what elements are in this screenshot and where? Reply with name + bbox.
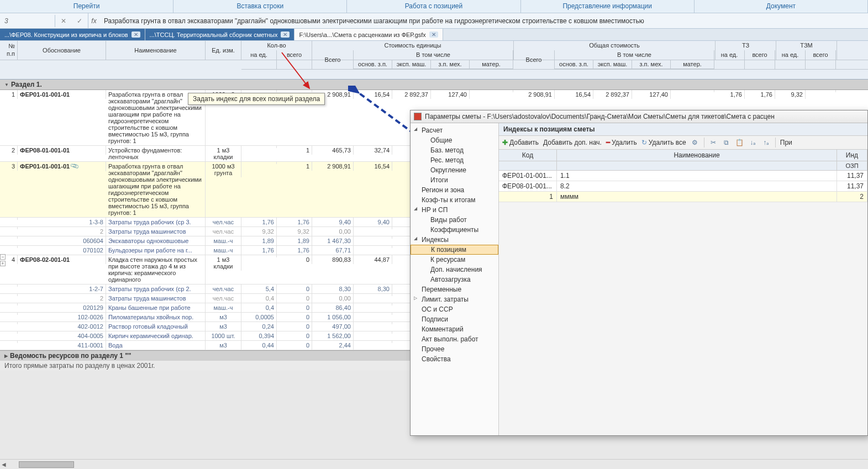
tree-item[interactable]: Подписи — [411, 314, 498, 324]
col-vsego2[interactable]: Всего — [513, 50, 555, 69]
tree-item[interactable]: Коэф-ты к итогам — [411, 195, 498, 205]
col-ozp[interactable]: ОЗП — [837, 161, 867, 170]
tree-item[interactable]: ОС и ССР — [411, 304, 498, 314]
tab-smeta-fer[interactable]: F:\Users\а...\Смета с расценками из ФЕР.… — [294, 29, 443, 40]
tree-item[interactable]: Итоги — [411, 175, 498, 185]
col-mat[interactable]: матер. — [470, 60, 513, 68]
tree-item[interactable]: Рес. метод — [411, 155, 498, 165]
tree-item[interactable]: Коэффициенты — [411, 225, 498, 235]
col-zpm[interactable]: з.п. мех. — [431, 60, 470, 68]
tab-close-icon[interactable]: ✕ — [429, 31, 438, 38]
copy-icon[interactable]: ⧉ — [722, 138, 731, 147]
col-na-ed[interactable]: на ед. — [241, 50, 277, 69]
tree-item[interactable]: Лимит. затраты — [411, 294, 498, 304]
menu-insert-row[interactable]: Вставка строки — [173, 0, 347, 13]
tree-item[interactable]: Свойства — [411, 354, 498, 364]
cut-icon[interactable]: ✂ — [709, 138, 718, 147]
cell-q1: 1,76 — [241, 218, 277, 226]
cancel-icon[interactable]: ✕ — [61, 17, 66, 25]
cell-ref-box[interactable]: 3 — [0, 15, 55, 27]
menu-info-presentation[interactable]: Представление информации — [521, 0, 695, 13]
col-osn[interactable]: Обоснование — [18, 41, 106, 60]
settings-icon[interactable]: ⚙ — [691, 138, 699, 147]
confirm-icon[interactable]: ✓ — [77, 17, 82, 25]
sort-desc-icon[interactable]: ↑ₐ — [762, 138, 771, 147]
col-em2[interactable]: эксп. маш. — [593, 60, 632, 68]
cell-name: Затраты труда рабочих (ср 3. — [106, 218, 206, 226]
tree-item[interactable]: Автозагрузка — [411, 275, 498, 284]
add-button[interactable]: ✚Добавить — [502, 139, 539, 146]
tree-item[interactable]: Баз. метод — [411, 145, 498, 155]
menu-goto[interactable]: Перейти — [0, 0, 173, 13]
col-name[interactable]: Наименование — [106, 41, 206, 60]
tree-item[interactable]: Округление — [411, 165, 498, 175]
scroll-thumb[interactable] — [19, 461, 74, 468]
cell-ed: чел.час — [206, 294, 241, 303]
tree-item[interactable]: Акт выполн. работ — [411, 334, 498, 344]
cell-vsego: 0,00 — [312, 227, 354, 236]
tree-item[interactable]: К ресурсам — [411, 255, 498, 265]
collapse-icon[interactable]: − — [0, 254, 6, 260]
tree-item[interactable]: Комментарий — [411, 324, 498, 334]
document-tabs: ...\ФЕР08. Конструкции из кирпича и блок… — [0, 29, 868, 41]
fx-label[interactable]: fx — [88, 17, 99, 25]
cell-q2: 0 — [277, 303, 312, 312]
col-tzm-ned[interactable]: на ед. — [775, 50, 806, 69]
tree-item[interactable]: Расчет — [411, 125, 498, 135]
cell-name: Разработка грунта в отвал экскаваторами … — [106, 162, 206, 217]
col-em[interactable]: эксп. маш. — [392, 60, 431, 68]
tree-item[interactable]: Доп. начисления — [411, 265, 498, 275]
tree-item[interactable]: К позициям — [411, 245, 498, 255]
cell-q1: 1,76 — [241, 246, 277, 255]
apply-button[interactable]: При — [780, 139, 792, 146]
cell-ed: маш.-ч — [206, 236, 241, 245]
col-idx[interactable]: Инд — [837, 150, 867, 161]
col-tzm-vseg[interactable]: всего — [806, 50, 836, 69]
section-header[interactable]: Раздел 1. — [0, 80, 868, 90]
cell-q1: 0,0005 — [241, 313, 277, 322]
index-row[interactable]: ФЕР08-01-001...8.211,37 — [499, 181, 867, 192]
tree-item[interactable]: НР и СП — [411, 205, 498, 215]
index-row[interactable]: 1мммм2 — [499, 192, 867, 202]
menu-work-position[interactable]: Работа с позицией — [347, 0, 520, 13]
col-ed[interactable]: Ед. изм. — [206, 41, 241, 60]
tree-item[interactable]: Переменные — [411, 284, 498, 294]
paste-icon[interactable]: 📋 — [735, 138, 744, 147]
tab-close-icon[interactable]: ✕ — [281, 31, 290, 38]
horizontal-scrollbar[interactable]: ◄ — [0, 459, 868, 469]
cell-q1: 0,44 — [241, 341, 277, 350]
tree-item[interactable]: Индексы — [411, 235, 498, 245]
col-zpm2[interactable]: з.п. мех. — [632, 60, 671, 68]
tab-close-icon[interactable]: ✕ — [131, 31, 140, 38]
tree-item[interactable]: Регион и зона — [411, 185, 498, 195]
tab-tssc[interactable]: ...\ТССЦ. Территориальный сборник сметны… — [145, 29, 295, 40]
window-title: Параметры сметы - F:\Users\adostovalov\D… — [425, 113, 775, 120]
sort-asc-icon[interactable]: ↓ₐ — [749, 138, 757, 147]
col-tz-vseg[interactable]: всего — [745, 50, 775, 69]
delete-all-button[interactable]: ↻Удалить все — [641, 139, 686, 146]
col-mat2[interactable]: матер. — [671, 60, 714, 68]
col-code[interactable]: Код — [499, 150, 557, 161]
cell-ed: 1 м3 кладки — [206, 255, 241, 271]
col-ozp2[interactable]: основ. з.п. — [555, 60, 593, 68]
col-ozp[interactable]: основ. з.п. — [354, 60, 392, 68]
cell-ozp: 16,54 — [354, 162, 392, 171]
cell-vsego: 497,00 — [312, 322, 354, 331]
expand-icon[interactable]: + — [0, 261, 6, 266]
cell-ozp — [354, 331, 392, 334]
col-pp[interactable]: № п.п — [0, 41, 18, 60]
delete-button[interactable]: ━Удалить — [606, 139, 637, 146]
tree-item[interactable]: Общие — [411, 135, 498, 145]
cell-osn: ФЕР08-01-001-01 — [18, 146, 106, 155]
cell-mat — [470, 90, 513, 92]
add-dop-button[interactable]: Добавить доп. нач. — [543, 139, 602, 146]
formula-text[interactable]: Разработка грунта в отвал экскаваторами … — [99, 15, 868, 27]
menu-document[interactable]: Документ — [695, 0, 868, 13]
col-tz-ned[interactable]: на ед. — [714, 50, 745, 69]
index-row[interactable]: ФЕР01-01-001...1.111,37 — [499, 171, 867, 181]
col-name[interactable]: Наименование — [557, 150, 837, 161]
tree-item[interactable]: Прочее — [411, 344, 498, 354]
tree-item[interactable]: Виды работ — [411, 215, 498, 225]
tab-fer08[interactable]: ...\ФЕР08. Конструкции из кирпича и блок… — [0, 29, 145, 40]
window-titlebar[interactable]: Параметры сметы - F:\Users\adostovalov\D… — [411, 110, 867, 123]
